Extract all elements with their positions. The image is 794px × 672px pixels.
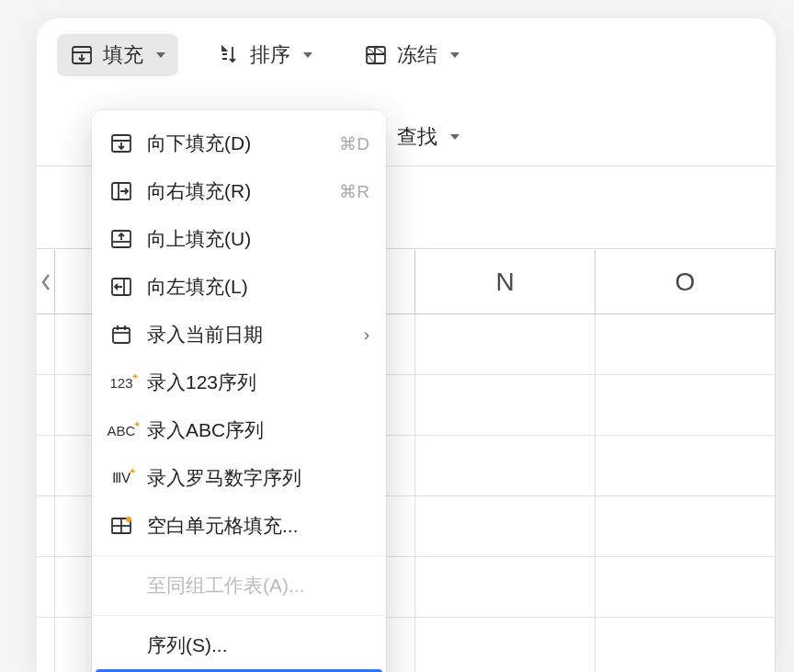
menu-fill-down[interactable]: 向下填充(D) ⌘D <box>92 120 386 167</box>
menu-label: 录入ABC序列 <box>147 417 369 443</box>
table-fill-icon <box>108 513 134 539</box>
cell[interactable] <box>596 496 776 556</box>
freeze-label: 冻结 <box>397 41 437 69</box>
cell[interactable] <box>415 375 596 435</box>
cell[interactable] <box>596 436 776 495</box>
menu-insert-date[interactable]: 录入当前日期 › <box>92 311 386 359</box>
cell[interactable] <box>596 557 776 617</box>
menu-label: 空白单元格填充... <box>147 513 369 539</box>
caret-down-icon <box>450 134 459 140</box>
app-window: 填充 排序 冻结 <box>37 18 776 672</box>
svg-rect-13 <box>113 328 130 343</box>
menu-separator <box>92 615 386 616</box>
menu-group-sheets: 至同组工作表(A)... <box>92 562 386 609</box>
menu-label: 向下填充(D) <box>147 131 326 156</box>
menu-label: 序列(S)... <box>108 632 369 658</box>
menu-blank-fill[interactable]: 空白单元格填充... <box>92 502 386 550</box>
fill-right-icon <box>108 178 134 204</box>
menu-label: 向右填充(R) <box>147 178 326 204</box>
fill-down-icon <box>108 131 134 156</box>
fill-up-icon <box>108 226 134 252</box>
menu-shortcut: ⌘D <box>339 133 369 154</box>
chevron-right-icon: › <box>364 325 369 345</box>
menu-label: 向左填充(L) <box>147 274 369 300</box>
alpha-sequence-icon: ABC✦ <box>108 417 134 443</box>
menu-series[interactable]: 序列(S)... <box>92 621 386 669</box>
menu-insert-123[interactable]: 123✦ 录入123序列 <box>92 359 386 406</box>
menu-separator <box>92 555 386 556</box>
menu-insert-roman[interactable]: ⅢⅤ✦ 录入罗马数字序列 <box>92 454 386 502</box>
menu-insert-abc[interactable]: ABC✦ 录入ABC序列 <box>92 406 386 454</box>
freeze-button[interactable]: 冻结 <box>351 34 472 76</box>
menu-fill-left[interactable]: 向左填充(L) <box>92 263 386 311</box>
menu-label: 向上填充(U) <box>147 226 369 252</box>
fill-label: 填充 <box>103 41 143 69</box>
svg-point-20 <box>126 517 131 522</box>
menu-label: 录入123序列 <box>147 370 369 395</box>
calendar-icon <box>108 322 134 347</box>
caret-down-icon <box>156 52 165 58</box>
fill-dropdown-menu: 向下填充(D) ⌘D 向右填充(R) ⌘R 向上 <box>92 110 386 672</box>
menu-label: 至同组工作表(A)... <box>108 573 369 598</box>
sort-label: 排序 <box>250 41 290 69</box>
sort-button[interactable]: 排序 <box>204 34 325 76</box>
find-button[interactable]: 查找 <box>388 120 469 154</box>
cell[interactable] <box>415 557 596 617</box>
freeze-icon <box>364 43 388 67</box>
menu-shortcut: ⌘R <box>339 181 369 202</box>
fill-button[interactable]: 填充 <box>57 34 178 76</box>
numeric-sequence-icon: 123✦ <box>108 370 134 395</box>
toolbar: 填充 排序 冻结 <box>37 18 776 85</box>
cell[interactable] <box>415 618 596 672</box>
menu-label: 录入当前日期 <box>147 322 351 347</box>
cell[interactable] <box>596 375 776 435</box>
column-header-o[interactable]: O <box>596 250 776 313</box>
cell[interactable] <box>415 314 596 374</box>
cell[interactable] <box>415 496 596 556</box>
cell[interactable] <box>596 314 776 374</box>
cell[interactable] <box>596 618 776 672</box>
fill-left-icon <box>108 274 134 300</box>
menu-fill-right[interactable]: 向右填充(R) ⌘R <box>92 167 386 215</box>
column-header-n[interactable]: N <box>415 250 596 313</box>
caret-down-icon <box>450 52 459 58</box>
menu-label: 录入罗马数字序列 <box>147 465 369 491</box>
caret-down-icon <box>303 52 312 58</box>
menu-fill-up[interactable]: 向上填充(U) <box>92 215 386 263</box>
fill-icon <box>70 43 94 67</box>
cell[interactable] <box>415 436 596 495</box>
scroll-left-indicator[interactable] <box>37 250 55 313</box>
sort-icon <box>217 43 241 67</box>
find-label: 查找 <box>397 123 437 151</box>
roman-sequence-icon: ⅢⅤ✦ <box>108 465 134 491</box>
